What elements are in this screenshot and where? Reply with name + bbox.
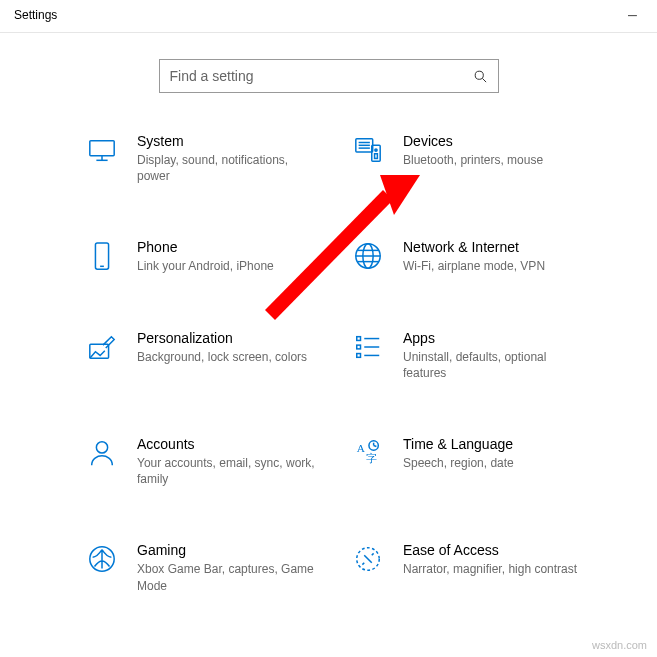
tile-title: Accounts <box>137 436 317 452</box>
tile-title: Personalization <box>137 330 307 346</box>
search-icon <box>473 69 488 84</box>
svg-rect-20 <box>357 336 361 340</box>
phone-icon <box>85 239 119 273</box>
tile-subtitle: Bluetooth, printers, mouse <box>403 152 543 168</box>
tile-subtitle: Display, sound, notifications, power <box>137 152 317 184</box>
svg-point-10 <box>375 149 377 151</box>
svg-point-0 <box>475 71 483 79</box>
tile-title: Time & Language <box>403 436 514 452</box>
tile-phone[interactable]: Phone Link your Android, iPhone <box>85 239 351 274</box>
apps-icon <box>351 330 385 364</box>
tile-subtitle: Link your Android, iPhone <box>137 258 274 274</box>
tile-subtitle: Wi-Fi, airplane mode, VPN <box>403 258 545 274</box>
svg-rect-22 <box>357 345 361 349</box>
personalization-icon <box>85 330 119 364</box>
search-container <box>0 59 657 93</box>
time-language-icon: A 字 <box>351 436 385 470</box>
tile-accounts[interactable]: Accounts Your accounts, email, sync, wor… <box>85 436 351 487</box>
svg-rect-11 <box>375 154 378 159</box>
svg-point-26 <box>96 442 107 453</box>
tile-network[interactable]: Network & Internet Wi-Fi, airplane mode,… <box>351 239 617 274</box>
accounts-icon <box>85 436 119 470</box>
svg-line-1 <box>482 78 486 82</box>
tile-subtitle: Narrator, magnifier, high contrast <box>403 561 577 577</box>
svg-text:A: A <box>357 442 366 454</box>
tile-personalization[interactable]: Personalization Background, lock screen,… <box>85 330 351 381</box>
gaming-icon <box>85 542 119 576</box>
tile-subtitle: Background, lock screen, colors <box>137 349 307 365</box>
svg-rect-2 <box>90 141 114 156</box>
tile-subtitle: Xbox Game Bar, captures, Game Mode <box>137 561 317 593</box>
search-input[interactable] <box>170 68 473 84</box>
ease-of-access-icon <box>351 542 385 576</box>
tile-title: Phone <box>137 239 274 255</box>
tile-ease[interactable]: Ease of Access Narrator, magnifier, high… <box>351 542 617 593</box>
svg-rect-24 <box>357 353 361 357</box>
watermark: wsxdn.com <box>592 639 647 651</box>
svg-line-31 <box>374 445 377 446</box>
svg-text:字: 字 <box>366 452 377 464</box>
titlebar: Settings – <box>0 0 657 33</box>
tile-gaming[interactable]: Gaming Xbox Game Bar, captures, Game Mod… <box>85 542 351 593</box>
search-box[interactable] <box>159 59 499 93</box>
tile-subtitle: Speech, region, date <box>403 455 514 471</box>
settings-grid: System Display, sound, notifications, po… <box>0 133 657 594</box>
tile-title: Network & Internet <box>403 239 545 255</box>
svg-rect-19 <box>90 344 109 358</box>
devices-icon <box>351 133 385 167</box>
tile-title: Apps <box>403 330 583 346</box>
tile-devices[interactable]: Devices Bluetooth, printers, mouse <box>351 133 617 184</box>
tile-title: Ease of Access <box>403 542 577 558</box>
system-icon <box>85 133 119 167</box>
window-title: Settings <box>14 8 57 22</box>
tile-subtitle: Uninstall, defaults, optional features <box>403 349 583 381</box>
tile-apps[interactable]: Apps Uninstall, defaults, optional featu… <box>351 330 617 381</box>
tile-title: Devices <box>403 133 543 149</box>
tile-time[interactable]: A 字 Time & Language Speech, region, date <box>351 436 617 487</box>
tile-title: System <box>137 133 317 149</box>
tile-title: Gaming <box>137 542 317 558</box>
svg-rect-12 <box>95 243 108 269</box>
tile-system[interactable]: System Display, sound, notifications, po… <box>85 133 351 184</box>
network-icon <box>351 239 385 273</box>
tile-subtitle: Your accounts, email, sync, work, family <box>137 455 317 487</box>
